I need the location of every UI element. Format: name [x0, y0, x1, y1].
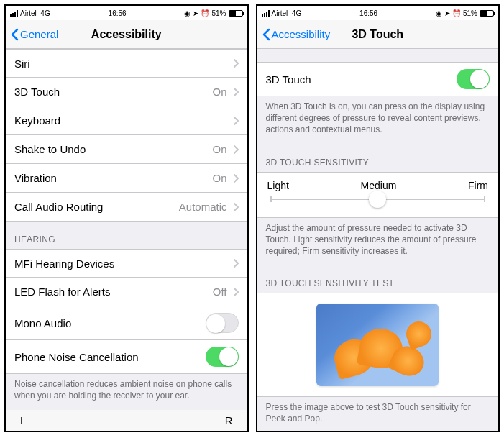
sensitivity-slider[interactable] [270, 199, 486, 200]
chevron-right-icon [233, 288, 239, 296]
phone-accessibility: Airtel 4G 16:56 ◉ ➤ ⏰ 51% General Access… [4, 4, 249, 432]
row-vibration[interactable]: Vibration On [6, 164, 247, 193]
row-label: Keyboard [14, 114, 60, 127]
chevron-right-icon [233, 174, 239, 183]
back-button[interactable]: General [6, 28, 63, 41]
section-header-sensitivity-test: 3D TOUCH SENSITIVITY TEST [257, 265, 499, 293]
row-label: Shake to Undo [14, 143, 86, 155]
row-led-flash[interactable]: LED Flash for Alerts Off [6, 278, 247, 306]
network-label: 4G [40, 9, 50, 17]
chevron-right-icon [233, 145, 239, 154]
balance-row: L R [6, 410, 247, 431]
noise-cancellation-footer: Noise cancellation reduces ambient noise… [6, 374, 247, 410]
do-not-disturb-icon: ◉ [436, 9, 442, 17]
row-label: Phone Noise Cancellation [14, 351, 139, 363]
clock-label: 16:56 [301, 9, 436, 17]
network-label: 4G [292, 9, 301, 17]
sensitivity-test-area [257, 293, 499, 397]
phone-3d-touch: Airtel 4G 16:56 ◉ ➤ ⏰ 51% Accessibility … [256, 4, 500, 432]
status-right: ◉ ➤ ⏰ 51% [184, 9, 242, 17]
row-label: 3D Touch [14, 86, 60, 98]
settings-scroll[interactable]: 3D Touch When 3D Touch is on, you can pr… [257, 49, 499, 431]
row-call-audio-routing[interactable]: Call Audio Routing Automatic [6, 193, 247, 222]
noise-cancellation-toggle[interactable] [206, 347, 239, 367]
sensitivity-footer: Adjust the amount of pressure needed to … [257, 218, 499, 266]
row-value: Off [213, 286, 227, 298]
sensitivity-light-label: Light [267, 180, 289, 191]
mono-audio-toggle[interactable] [206, 313, 239, 333]
sensitivity-medium-label: Medium [361, 180, 397, 191]
alarm-icon: ⏰ [201, 9, 209, 17]
chevron-right-icon [233, 88, 239, 96]
chevron-right-icon [233, 117, 239, 125]
back-label: Accessibility [272, 28, 331, 40]
alarm-icon: ⏰ [452, 9, 461, 17]
do-not-disturb-icon: ◉ [184, 9, 191, 17]
nav-bar: General Accessibility [6, 20, 247, 49]
row-label: MFi Hearing Devices [14, 257, 114, 270]
back-label: General [20, 28, 58, 40]
row-3d-touch-toggle[interactable]: 3D Touch [257, 62, 499, 96]
battery-icon [480, 10, 494, 17]
row-3d-touch[interactable]: 3D Touch On [6, 78, 247, 106]
back-button[interactable]: Accessibility [257, 28, 335, 41]
battery-icon [229, 10, 243, 17]
sensitivity-test-image[interactable] [316, 304, 439, 386]
carrier-label: Airtel [20, 9, 37, 17]
row-mfi-hearing[interactable]: MFi Hearing Devices [6, 249, 247, 278]
signal-icon [262, 10, 270, 17]
chevron-right-icon [233, 59, 239, 68]
nav-bar: Accessibility 3D Touch [257, 20, 499, 49]
location-icon: ➤ [444, 9, 450, 17]
sensitivity-slider-row: Light Medium Firm [257, 172, 499, 218]
row-shake-to-undo[interactable]: Shake to Undo On [6, 135, 247, 164]
row-label: Siri [14, 58, 30, 70]
section-header-sensitivity: 3D TOUCH SENSITIVITY [257, 145, 499, 172]
signal-icon [10, 10, 18, 17]
row-label: LED Flash for Alerts [14, 286, 110, 298]
status-bar: Airtel 4G 16:56 ◉ ➤ ⏰ 51% [6, 6, 247, 20]
location-icon: ➤ [193, 9, 198, 17]
chevron-right-icon [233, 203, 239, 211]
chevron-right-icon [233, 259, 239, 268]
clock-label: 16:56 [50, 9, 185, 17]
row-label: Vibration [14, 172, 57, 184]
sensitivity-test-footer: Press the image above to test 3D Touch s… [257, 397, 499, 431]
row-value: Automatic [179, 201, 227, 213]
row-keyboard[interactable]: Keyboard [6, 106, 247, 135]
row-noise-cancellation[interactable]: Phone Noise Cancellation [6, 340, 247, 374]
row-label: 3D Touch [266, 73, 311, 86]
row-label: Mono Audio [14, 317, 71, 329]
balance-left-label: L [20, 414, 26, 426]
3d-touch-description: When 3D Touch is on, you can press on th… [257, 96, 499, 145]
row-value: On [212, 172, 226, 184]
balance-right-label: R [225, 414, 233, 426]
3d-touch-toggle[interactable] [457, 69, 490, 89]
section-header-hearing: HEARING [6, 222, 247, 249]
carrier-label: Airtel [272, 9, 288, 17]
status-right: ◉ ➤ ⏰ 51% [436, 9, 494, 17]
row-mono-audio[interactable]: Mono Audio [6, 306, 247, 340]
status-bar: Airtel 4G 16:56 ◉ ➤ ⏰ 51% [257, 6, 499, 20]
battery-pct-label: 51% [211, 9, 226, 17]
sensitivity-firm-label: Firm [468, 180, 488, 191]
row-label: Call Audio Routing [14, 201, 103, 213]
row-siri[interactable]: Siri [6, 49, 247, 78]
row-value: On [212, 86, 226, 98]
settings-scroll[interactable]: Siri 3D Touch On Keyboard Shake to Undo … [6, 49, 247, 431]
battery-pct-label: 51% [463, 9, 477, 17]
chevron-left-icon [10, 28, 19, 41]
slider-knob[interactable] [369, 191, 386, 208]
row-value: On [212, 143, 226, 155]
chevron-left-icon [262, 28, 270, 41]
